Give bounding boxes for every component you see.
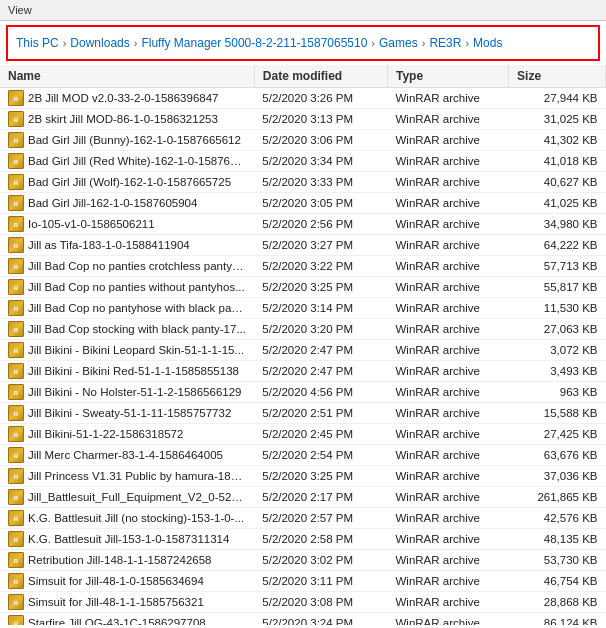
file-date: 5/2/2020 3:11 PM — [254, 571, 387, 592]
file-name: Jill Bikini - Bikini Red-51-1-1-15858551… — [28, 365, 239, 377]
rar-icon: R — [8, 552, 24, 568]
file-name: Jill Bikini - Bikini Leopard Skin-51-1-1… — [28, 344, 244, 356]
file-type: WinRAR archive — [388, 508, 509, 529]
file-name: Jill Bad Cop no panties crotchless panty… — [28, 260, 246, 272]
table-row[interactable]: RJill_Battlesuit_Full_Equipment_V2_0-52-… — [0, 487, 606, 508]
breadcrumb-item-3[interactable]: Games — [379, 36, 418, 50]
table-row[interactable]: RJill as Tifa-183-1-0-15884119045/2/2020… — [0, 235, 606, 256]
table-row[interactable]: RRetribution Jill-148-1-1-15872426585/2/… — [0, 550, 606, 571]
table-row[interactable]: RStarfire Jill OG-43-1C-15862977085/2/20… — [0, 613, 606, 626]
file-type: WinRAR archive — [388, 298, 509, 319]
file-name-cell: RIo-105-v1-0-1586506211 — [0, 214, 254, 235]
view-menu[interactable]: View — [8, 4, 32, 16]
file-name: Jill Bikini - No Holster-51-1-2-15865661… — [28, 386, 242, 398]
file-date: 5/2/2020 2:58 PM — [254, 529, 387, 550]
table-row[interactable]: R2B skirt Jill MOD-86-1-0-15863212535/2/… — [0, 109, 606, 130]
rar-icon: R — [8, 279, 24, 295]
file-name: Jill Princess V1.31 Public by hamura-180… — [28, 470, 246, 482]
file-name: Bad Girl Jill (Wolf)-162-1-0-1587665725 — [28, 176, 231, 188]
file-date: 5/2/2020 2:51 PM — [254, 403, 387, 424]
file-type: WinRAR archive — [388, 550, 509, 571]
rar-icon: R — [8, 90, 24, 106]
file-name: Simsuit for Jill-48-1-1-1585756321 — [28, 596, 204, 608]
col-header-date[interactable]: Date modified — [254, 65, 387, 88]
breadcrumb-sep-1: › — [134, 37, 138, 49]
file-type: WinRAR archive — [388, 340, 509, 361]
file-size: 41,302 KB — [509, 130, 606, 151]
table-row[interactable]: RJill Bikini - No Holster-51-1-2-1586566… — [0, 382, 606, 403]
table-row[interactable]: RBad Girl Jill (Bunny)-162-1-0-158766561… — [0, 130, 606, 151]
table-row[interactable]: RJill Bikini - Bikini Red-51-1-1-1585855… — [0, 361, 606, 382]
file-date: 5/2/2020 3:34 PM — [254, 151, 387, 172]
breadcrumb-sep-2: › — [371, 37, 375, 49]
file-name-cell: RJill Bad Cop stocking with black panty-… — [0, 319, 254, 340]
file-name: Jill Merc Charmer-83-1-4-1586464005 — [28, 449, 223, 461]
file-name: Bad Girl Jill (Bunny)-162-1-0-1587665612 — [28, 134, 241, 146]
file-name: Jill Bikini - Sweaty-51-1-11-1585757732 — [28, 407, 231, 419]
table-row[interactable]: RSimsuit for Jill-48-1-1-15857563215/2/2… — [0, 592, 606, 613]
table-row[interactable]: RJill Bad Cop no pantyhose with black pa… — [0, 298, 606, 319]
file-size: 37,036 KB — [509, 466, 606, 487]
table-row[interactable]: RBad Girl Jill (Red White)-162-1-0-15876… — [0, 151, 606, 172]
table-row[interactable]: RK.G. Battlesuit Jill-153-1-0-1587311314… — [0, 529, 606, 550]
table-row[interactable]: RJill Bad Cop no panties crotchless pant… — [0, 256, 606, 277]
file-size: 3,072 KB — [509, 340, 606, 361]
table-row[interactable]: RJill Princess V1.31 Public by hamura-18… — [0, 466, 606, 487]
breadcrumb-item-5[interactable]: Mods — [473, 36, 502, 50]
table-row[interactable]: RJill Bikini - Bikini Leopard Skin-51-1-… — [0, 340, 606, 361]
table-row[interactable]: RBad Girl Jill (Wolf)-162-1-0-1587665725… — [0, 172, 606, 193]
file-name: Io-105-v1-0-1586506211 — [28, 218, 155, 230]
breadcrumb-item-2[interactable]: Fluffy Manager 5000-8-2-211-1587065510 — [141, 36, 367, 50]
file-name: Jill Bikini-51-1-22-1586318572 — [28, 428, 183, 440]
file-size: 63,676 KB — [509, 445, 606, 466]
file-name-cell: RRetribution Jill-148-1-1-1587242658 — [0, 550, 254, 571]
breadcrumb-sep-4: › — [465, 37, 469, 49]
table-row[interactable]: RIo-105-v1-0-15865062115/2/2020 2:56 PMW… — [0, 214, 606, 235]
table-row[interactable]: RJill Bikini-51-1-22-15863185725/2/2020 … — [0, 424, 606, 445]
table-row[interactable]: RJill Merc Charmer-83-1-4-15864640055/2/… — [0, 445, 606, 466]
file-name-cell: RJill Bad Cop no panties crotchless pant… — [0, 256, 254, 277]
col-header-size[interactable]: Size — [509, 65, 606, 88]
file-name-cell: RJill Bikini - Sweaty-51-1-11-1585757732 — [0, 403, 254, 424]
file-type: WinRAR archive — [388, 403, 509, 424]
file-name: Jill_Battlesuit_Full_Equipment_V2_0-52-2… — [28, 491, 246, 503]
rar-icon: R — [8, 615, 24, 625]
file-date: 5/2/2020 3:33 PM — [254, 172, 387, 193]
rar-icon: R — [8, 111, 24, 127]
table-row[interactable]: RK.G. Battlesuit Jill (no stocking)-153-… — [0, 508, 606, 529]
col-header-type[interactable]: Type — [388, 65, 509, 88]
file-date: 5/2/2020 2:54 PM — [254, 445, 387, 466]
rar-icon: R — [8, 594, 24, 610]
file-size: 42,576 KB — [509, 508, 606, 529]
col-header-name[interactable]: Name — [0, 65, 254, 88]
breadcrumb-item-4[interactable]: RE3R — [429, 36, 461, 50]
table-row[interactable]: R2B Jill MOD v2.0-33-2-0-15863968475/2/2… — [0, 88, 606, 109]
file-size: 3,493 KB — [509, 361, 606, 382]
table-row[interactable]: RJill Bad Cop stocking with black panty-… — [0, 319, 606, 340]
rar-icon: R — [8, 573, 24, 589]
table-row[interactable]: RJill Bikini - Sweaty-51-1-11-1585757732… — [0, 403, 606, 424]
file-name: Jill Bad Cop no pantyhose with black pan… — [28, 302, 246, 314]
file-name: Bad Girl Jill (Red White)-162-1-0-158763… — [28, 155, 246, 167]
breadcrumb-item-1[interactable]: Downloads — [70, 36, 129, 50]
file-name-cell: RJill Bikini - Bikini Leopard Skin-51-1-… — [0, 340, 254, 361]
file-name: Starfire Jill OG-43-1C-1586297708 — [28, 617, 206, 625]
file-type: WinRAR archive — [388, 109, 509, 130]
table-row[interactable]: RJill Bad Cop no panties without pantyho… — [0, 277, 606, 298]
file-name-cell: RSimsuit for Jill-48-1-0-1585634694 — [0, 571, 254, 592]
file-name-cell: RStarfire Jill OG-43-1C-1586297708 — [0, 613, 254, 626]
table-row[interactable]: RBad Girl Jill-162-1-0-15876059045/2/202… — [0, 193, 606, 214]
file-type: WinRAR archive — [388, 319, 509, 340]
rar-icon: R — [8, 174, 24, 190]
table-row[interactable]: RSimsuit for Jill-48-1-0-15856346945/2/2… — [0, 571, 606, 592]
file-type: WinRAR archive — [388, 130, 509, 151]
rar-icon: R — [8, 237, 24, 253]
breadcrumb-item-0[interactable]: This PC — [16, 36, 59, 50]
file-date: 5/2/2020 3:05 PM — [254, 193, 387, 214]
file-size: 57,713 KB — [509, 256, 606, 277]
rar-icon: R — [8, 363, 24, 379]
file-name-cell: RK.G. Battlesuit Jill-153-1-0-1587311314 — [0, 529, 254, 550]
file-list-container: Name Date modified Type Size R2B Jill MO… — [0, 65, 606, 625]
rar-icon: R — [8, 195, 24, 211]
file-type: WinRAR archive — [388, 361, 509, 382]
